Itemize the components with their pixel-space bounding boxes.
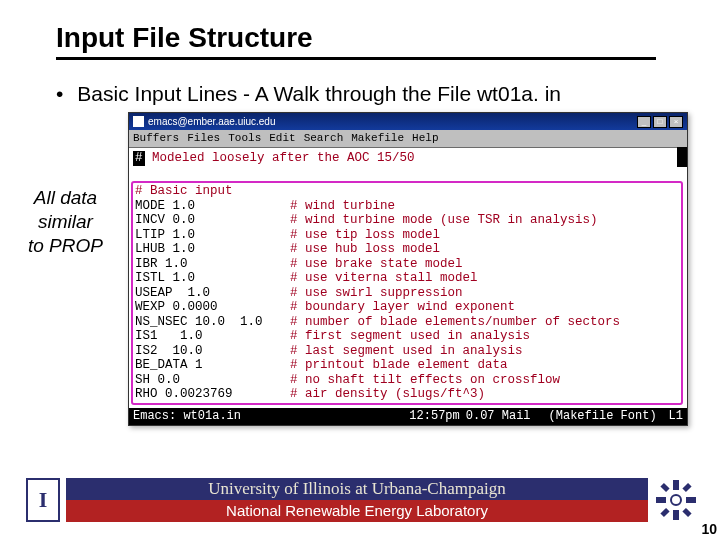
bullet-text: Basic Input Lines - A Walk through the F…	[77, 80, 561, 107]
menu-item[interactable]: Buffers	[133, 130, 179, 147]
code-comment: # wind turbine	[290, 199, 395, 214]
code-comment: # use hub loss model	[290, 242, 440, 257]
code-line: INCV 0.0# wind turbine mode (use TSR in …	[135, 213, 681, 228]
close-button[interactable]: ×	[669, 116, 683, 128]
code-line: LHUB 1.0# use hub loss model	[135, 242, 681, 257]
uiuc-logo: I	[26, 478, 60, 522]
menu-item[interactable]: Edit	[269, 130, 295, 147]
terminal-body: # Modeled loosely after the AOC 15/50 # …	[129, 148, 687, 408]
code-comment: # first segment used in analysis	[290, 329, 530, 344]
code-line: IS1 1.0# first segment used in analysis	[135, 329, 681, 344]
menu-item[interactable]: Help	[412, 130, 438, 147]
nrel-logo-icon	[654, 478, 698, 522]
svg-rect-6	[660, 508, 669, 517]
bullet-dot: •	[56, 80, 63, 107]
svg-rect-3	[686, 497, 696, 503]
status-mid: 0.07 Mail	[466, 408, 531, 425]
terminal-menubar: Buffers Files Tools Edit Search Makefile…	[129, 130, 687, 148]
slide-bullet: • Basic Input Lines - A Walk through the…	[0, 60, 720, 107]
code-line	[133, 166, 683, 181]
status-font: (Makefile Font)	[549, 408, 657, 425]
code-key: ISTL 1.0	[135, 271, 290, 286]
code-comment: # use tip loss model	[290, 228, 440, 243]
code-key: LTIP 1.0	[135, 228, 290, 243]
svg-rect-0	[673, 480, 679, 490]
svg-rect-2	[656, 497, 666, 503]
code-line: USEAP 1.0# use swirl suppression	[135, 286, 681, 301]
annotation-line: to PROP	[28, 234, 103, 258]
code-key: USEAP 1.0	[135, 286, 290, 301]
code-key: IS2 10.0	[135, 344, 290, 359]
status-time: 12:57pm	[409, 408, 459, 425]
page-number: 10	[701, 521, 717, 537]
code-comment: # use brake state model	[290, 257, 463, 272]
code-line: IBR 1.0# use brake state model	[135, 257, 681, 272]
code-line: ISTL 1.0# use viterna stall model	[135, 271, 681, 286]
code-line: LTIP 1.0# use tip loss model	[135, 228, 681, 243]
code-line: NS_NSEC 10.0 1.0# number of blade elemen…	[135, 315, 681, 330]
code-comment: # printout blade element data	[290, 358, 508, 373]
footer-affil-2: National Renewable Energy Laboratory	[66, 500, 648, 522]
code-line: BE_DATA 1# printout blade element data	[135, 358, 681, 373]
cursor-hash: #	[133, 151, 145, 166]
app-icon	[133, 116, 144, 127]
terminal-window: emacs@ember.aae.uiuc.edu _ □ × Buffers F…	[128, 112, 688, 426]
section-header-line: # Basic input	[135, 184, 681, 199]
code-key: LHUB 1.0	[135, 242, 290, 257]
slide-title: Input File Structure	[56, 22, 656, 60]
code-key: IS1 1.0	[135, 329, 290, 344]
minimize-button[interactable]: _	[637, 116, 651, 128]
side-annotation: All data similar to PROP	[28, 186, 103, 257]
annotation-line: All data	[28, 186, 103, 210]
code-comment: # boundary layer wind exponent	[290, 300, 515, 315]
highlight-box: # Basic input MODE 1.0# wind turbineINCV…	[131, 181, 683, 405]
terminal-statusbar: Emacs: wt01a.in 12:57pm 0.07 Mail (Makef…	[129, 408, 687, 425]
code-comment: # air density (slugs/ft^3)	[290, 387, 485, 402]
menu-item[interactable]: Tools	[228, 130, 261, 147]
code-key: RHO 0.0023769	[135, 387, 290, 402]
code-line: MODE 1.0# wind turbine	[135, 199, 681, 214]
code-line: SH 0.0# no shaft tilt effects on crossfl…	[135, 373, 681, 388]
code-line: WEXP 0.0000# boundary layer wind exponen…	[135, 300, 681, 315]
code-line: RHO 0.0023769# air density (slugs/ft^3)	[135, 387, 681, 402]
code-comment: # last segment used in analysis	[290, 344, 523, 359]
slide-footer: I University of Illinois at Urbana-Champ…	[0, 478, 698, 522]
scrollbar-chunk	[677, 147, 687, 167]
code-line: # Modeled loosely after the AOC 15/50	[133, 151, 683, 166]
terminal-titlebar: emacs@ember.aae.uiuc.edu _ □ ×	[129, 113, 687, 130]
footer-affil-1: University of Illinois at Urbana-Champai…	[66, 478, 648, 500]
menu-item[interactable]: Makefile	[351, 130, 404, 147]
code-key: NS_NSEC 10.0 1.0	[135, 315, 290, 330]
code-comment: # use viterna stall model	[290, 271, 478, 286]
annotation-line: similar	[28, 210, 103, 234]
svg-rect-7	[682, 508, 691, 517]
code-key: WEXP 0.0000	[135, 300, 290, 315]
code-key: MODE 1.0	[135, 199, 290, 214]
code-comment: Modeled loosely after the AOC 15/50	[145, 151, 415, 166]
terminal-title: emacs@ember.aae.uiuc.edu	[148, 116, 275, 127]
svg-rect-5	[682, 483, 691, 492]
svg-rect-1	[673, 510, 679, 520]
svg-rect-4	[660, 483, 669, 492]
status-left: Emacs: wt01a.in	[133, 408, 241, 425]
maximize-button[interactable]: □	[653, 116, 667, 128]
code-key: SH 0.0	[135, 373, 290, 388]
menu-item[interactable]: Files	[187, 130, 220, 147]
code-key: BE_DATA 1	[135, 358, 290, 373]
code-key: IBR 1.0	[135, 257, 290, 272]
status-line: L1	[669, 408, 683, 425]
code-comment: # use swirl suppression	[290, 286, 463, 301]
code-comment: # Basic input	[135, 184, 233, 199]
code-comment: # number of blade elements/number of sec…	[290, 315, 620, 330]
code-key: INCV 0.0	[135, 213, 290, 228]
code-comment: # no shaft tilt effects on crossflow	[290, 373, 560, 388]
code-line: IS2 10.0# last segment used in analysis	[135, 344, 681, 359]
svg-point-8	[671, 495, 681, 505]
menu-item[interactable]: Search	[304, 130, 344, 147]
code-comment: # wind turbine mode (use TSR in analysis…	[290, 213, 598, 228]
